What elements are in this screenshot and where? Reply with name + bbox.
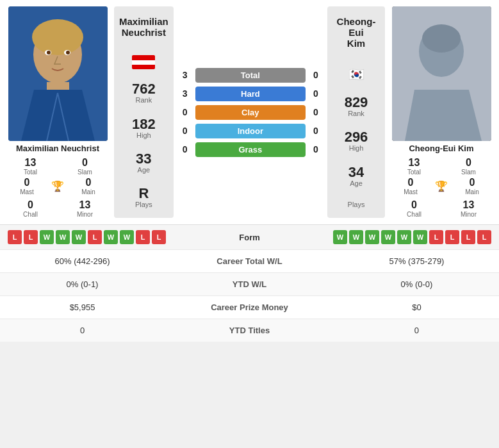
stats-row: 0% (0-1) YTD W/L 0% (0-0) <box>0 273 499 296</box>
stat-chall-left: 0 Chall <box>6 199 54 218</box>
stats-left-value: 0 <box>0 319 165 342</box>
stats-right-value: 0% (0-0) <box>334 273 499 296</box>
stats-label: Career Total W/L <box>165 250 334 273</box>
form-badge: W <box>381 230 395 244</box>
stats-right-value: 0 <box>334 319 499 342</box>
stats-label: YTD Titles <box>165 319 334 342</box>
score-left: 0 <box>179 144 192 154</box>
form-badge: W <box>365 230 379 244</box>
stat-main-right: 0 Main <box>452 177 493 195</box>
form-badge: W <box>72 230 86 244</box>
player-right: Cheong-Eui Kim 13 Total 0 Slam 0 Mast 🏆 <box>390 6 493 218</box>
surface-section: 3 Total 0 3 Hard 0 0 Clay 0 0 Indoor 0 0… <box>179 6 322 218</box>
svg-point-2 <box>32 19 83 55</box>
score-right: 0 <box>309 126 322 136</box>
form-section: LLWWWLWWLL Form WWWWWWLLLL <box>0 224 499 249</box>
form-badges-right: WWWWWWLLLL <box>278 230 491 244</box>
stats-row: 0 YTD Titles 0 <box>0 319 499 342</box>
score-right: 0 <box>309 107 322 117</box>
player-name-left: Maximilian Neuchrist <box>16 144 99 153</box>
player-stats2-left: 0 Chall 13 Minor <box>6 199 109 218</box>
player-title-left: MaximilianNeuchrist <box>119 16 168 38</box>
stat-minor-right: 13 Minor <box>445 199 493 218</box>
surface-badge: Total <box>195 68 306 83</box>
form-badge: W <box>56 230 70 244</box>
surface-badge: Indoor <box>195 124 306 138</box>
form-badges-left: LLWWWLWWLL <box>8 230 221 244</box>
form-badge: L <box>429 230 443 244</box>
rank-left: 762 Rank <box>132 82 156 104</box>
top-section: Maximilian Neuchrist 13 Total 0 Slam 0 M… <box>0 0 499 224</box>
player-stats-right: 13 Total 0 Slam <box>390 157 493 176</box>
player-stats2-right: 0 Chall 13 Minor <box>390 199 493 218</box>
stat-total-left: 13 Total <box>6 157 54 176</box>
form-badge: W <box>104 230 118 244</box>
player-title-right: Cheong-EuiKim <box>332 16 380 49</box>
stat-minor-left: 13 Minor <box>61 199 109 218</box>
stat-chall-right: 0 Chall <box>390 199 438 218</box>
left-stats-box: MaximilianNeuchrist 762 Rank <box>114 6 174 218</box>
score-left: 0 <box>179 126 192 136</box>
player-stats-left: 13 Total 0 Slam <box>6 157 109 176</box>
form-badge: W <box>40 230 54 244</box>
surface-row-hard: 3 Hard 0 <box>179 87 322 101</box>
plays-right: Plays <box>348 201 365 208</box>
player-left: Maximilian Neuchrist 13 Total 0 Slam 0 M… <box>6 6 109 218</box>
form-badge: L <box>24 230 38 244</box>
stat-mast-right: 0 Mast <box>390 177 431 195</box>
stats-label: Career Prize Money <box>165 296 334 319</box>
flag-left <box>132 53 155 69</box>
surface-row-clay: 0 Clay 0 <box>179 105 322 120</box>
form-badge: L <box>461 230 475 244</box>
form-badge: L <box>136 230 150 244</box>
stats-row: $5,955 Career Prize Money $0 <box>0 296 499 319</box>
stats-row: 60% (442-296) Career Total W/L 57% (375-… <box>0 250 499 273</box>
form-badge: W <box>349 230 363 244</box>
plays-left: R Plays <box>135 187 152 208</box>
trophy-icon-left: 🏆 <box>51 180 64 192</box>
age-right: 34 Age <box>348 165 364 187</box>
stat-total-right: 13 Total <box>390 157 438 176</box>
stats-label: YTD W/L <box>165 273 334 296</box>
form-badge: L <box>445 230 459 244</box>
surface-row-grass: 0 Grass 0 <box>179 142 322 157</box>
form-badge: L <box>477 230 491 244</box>
form-badge: W <box>120 230 134 244</box>
score-left: 3 <box>179 70 192 80</box>
score-right: 0 <box>309 144 322 154</box>
surface-badge: Hard <box>195 87 306 101</box>
player-name-right: Cheong-Eui Kim <box>409 144 473 153</box>
high-left: 182 High <box>132 117 156 139</box>
form-badge: W <box>413 230 427 244</box>
score-right: 0 <box>309 88 322 99</box>
form-badge: W <box>397 230 411 244</box>
form-badge: L <box>88 230 102 244</box>
surface-row-indoor: 0 Indoor 0 <box>179 124 322 138</box>
svg-point-10 <box>422 24 461 53</box>
trophy-row-left: 0 Mast 🏆 0 Main <box>6 177 109 195</box>
form-badge: W <box>333 230 347 244</box>
stats-left-value: $5,955 <box>0 296 165 319</box>
stat-slam-right: 0 Slam <box>445 157 493 176</box>
player-photo-left <box>8 6 108 141</box>
stat-main-left: 0 Main <box>68 177 109 195</box>
middle-section: MaximilianNeuchrist 762 Rank <box>114 6 385 218</box>
trophy-icon-right: 🏆 <box>435 180 448 192</box>
stat-mast-left: 0 Mast <box>6 177 47 195</box>
svg-point-5 <box>47 51 51 54</box>
surface-row-total: 3 Total 0 <box>179 68 322 83</box>
stats-left-value: 0% (0-1) <box>0 273 165 296</box>
stats-right-value: $0 <box>334 296 499 319</box>
player-photo-right <box>392 6 491 141</box>
stats-table: 60% (442-296) Career Total W/L 57% (375-… <box>0 249 499 342</box>
svg-point-6 <box>66 51 70 54</box>
high-right: 296 High <box>345 130 368 152</box>
surface-badge: Grass <box>195 142 306 157</box>
trophy-row-right: 0 Mast 🏆 0 Main <box>390 177 493 195</box>
flag-right: 🇰🇷 <box>348 65 364 82</box>
score-right: 0 <box>309 70 322 80</box>
form-badge: L <box>8 230 22 244</box>
score-left: 0 <box>179 107 192 117</box>
form-badge: L <box>152 230 166 244</box>
right-stats-box: Cheong-EuiKim 🇰🇷 829 Rank 296 High 34 <box>327 6 385 218</box>
